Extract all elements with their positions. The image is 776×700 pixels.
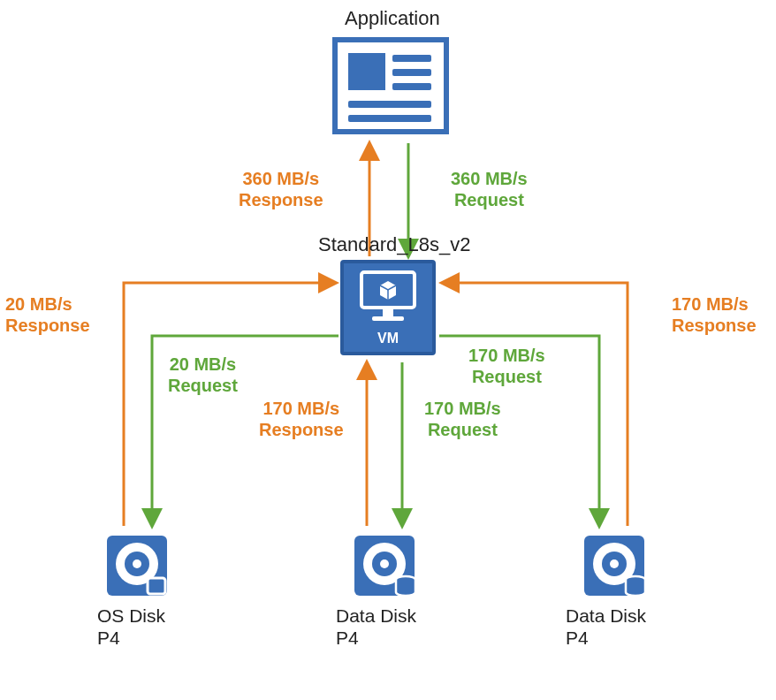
svg-point-22 — [610, 559, 619, 568]
application-icon — [332, 37, 449, 134]
osdisk-response-label: 20 MB/sResponse — [5, 293, 90, 336]
vm-label: VM — [344, 331, 432, 346]
app-vm-request-label: 360 MB/sRequest — [451, 168, 528, 210]
osdisk-request-label: 20 MB/sRequest — [168, 354, 238, 396]
svg-rect-6 — [372, 316, 404, 321]
vm-node: VM — [340, 260, 436, 355]
vm-title: Standard_L8s_v2 — [318, 233, 470, 256]
svg-rect-13 — [148, 578, 165, 594]
svg-point-12 — [133, 559, 141, 568]
data-disk-1-icon — [349, 530, 420, 601]
datadisk2-request-label: 170 MB/sRequest — [468, 345, 545, 387]
svg-point-17 — [380, 559, 389, 568]
os-disk-icon — [102, 530, 172, 601]
hdd-icon — [349, 530, 420, 601]
hdd-icon — [102, 530, 172, 601]
data-disk-2-icon — [579, 530, 650, 601]
datadisk2-response-label: 170 MB/sResponse — [672, 293, 757, 336]
app-vm-response-label: 360 MB/sResponse — [239, 168, 323, 210]
application-title: Application — [345, 7, 440, 30]
monitor-icon — [344, 267, 432, 329]
data-disk-2-title: Data DiskP4 — [566, 605, 646, 649]
data-disk-1-title: Data DiskP4 — [336, 605, 416, 649]
datadisk1-response-label: 170 MB/sResponse — [259, 398, 344, 440]
datadisk1-request-label: 170 MB/sRequest — [424, 398, 501, 440]
hdd-icon — [579, 530, 650, 601]
svg-rect-5 — [383, 309, 393, 316]
os-disk-title: OS DiskP4 — [97, 605, 165, 649]
